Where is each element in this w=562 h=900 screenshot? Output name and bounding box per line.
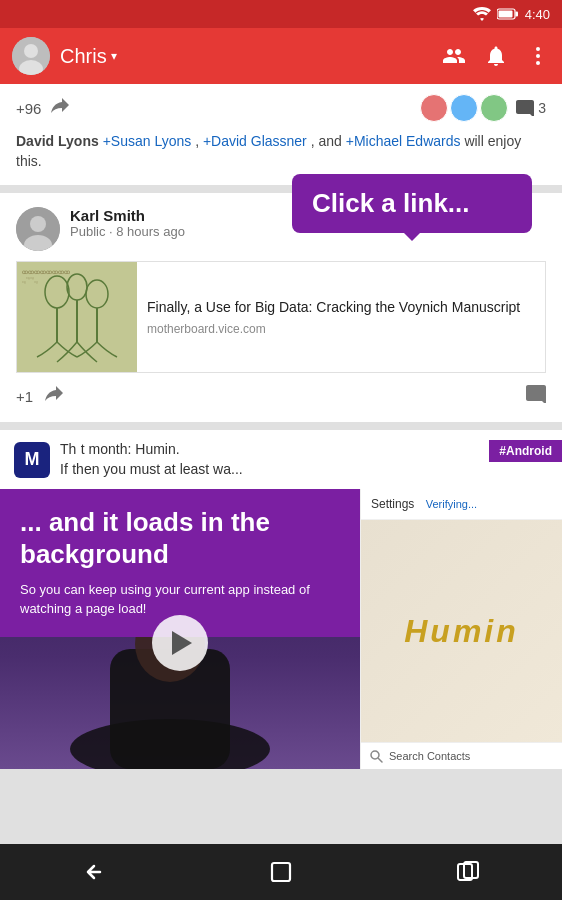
plus-count[interactable]: +96 — [16, 100, 41, 117]
link-preview-card[interactable]: ꝏꝏꝏꝏꝏꝏꝏꝏ ꜀꜁꜂꜃꜄꜅꜆꜇ Finally, a Use for Big… — [16, 261, 546, 373]
user-name-area[interactable]: Chris ▾ — [60, 45, 117, 68]
michael-tag: +Michael Edwards — [346, 133, 461, 149]
post-action-row: +1 — [16, 385, 546, 408]
comment-count: 3 — [538, 100, 546, 116]
svg-text:꜀꜁꜂꜃꜄꜅꜆꜇: ꜀꜁꜂꜃꜄꜅꜆꜇ — [22, 277, 38, 284]
play-triangle-icon — [172, 631, 192, 655]
status-icons: 4:40 — [473, 7, 550, 22]
play-button[interactable] — [152, 615, 208, 671]
thumbnail-image: ꝏꝏꝏꝏꝏꝏꝏꝏ ꜀꜁꜂꜃꜄꜅꜆꜇ — [17, 262, 137, 372]
search-contacts-row[interactable]: Search Contacts — [361, 742, 562, 769]
right-panel: Settings Verifying... Humin Search Conta… — [360, 489, 562, 769]
reaction-avatar-1 — [420, 94, 448, 122]
reaction-row: +96 3 — [16, 94, 546, 122]
video-card-header: M Th t month: Humin. If then you must at… — [0, 430, 562, 489]
video-card: M Th t month: Humin. If then you must at… — [0, 430, 562, 769]
user-avatar[interactable] — [12, 37, 50, 75]
home-button[interactable] — [187, 860, 374, 884]
link-domain: motherboard.vice.com — [147, 322, 535, 336]
post-snippet-1: Th — [60, 441, 76, 457]
post-snippet-2: t month: Humin. — [81, 441, 180, 457]
more-options-icon[interactable] — [526, 44, 550, 68]
post-snippet-4: then you must at least wa... — [72, 461, 242, 477]
android-tag: #Android — [489, 440, 562, 462]
top-bar: Chris ▾ — [0, 28, 562, 84]
svg-rect-2 — [515, 12, 518, 17]
clock: 4:40 — [525, 7, 550, 22]
recent-apps-button[interactable] — [375, 860, 562, 884]
susan-tag: +Susan Lyons — [103, 133, 192, 149]
svg-point-8 — [536, 61, 540, 65]
link-info: Finally, a Use for Big Data: Cracking th… — [137, 262, 545, 372]
humin-area: Humin — [361, 520, 562, 742]
tooltip-text: Click a link... — [312, 188, 470, 218]
link-title: Finally, a Use for Big Data: Cracking th… — [147, 298, 535, 316]
video-subtext: So you can keep using your current app i… — [20, 580, 340, 619]
svg-text:ꝏꝏꝏꝏꝏꝏꝏꝏ: ꝏꝏꝏꝏꝏꝏꝏꝏ — [22, 269, 70, 275]
search-contacts-label: Search Contacts — [389, 750, 470, 762]
m-badge: M — [14, 442, 50, 478]
right-panel-settings: Settings Verifying... — [361, 489, 562, 520]
back-button[interactable] — [0, 860, 187, 884]
second-share-icon[interactable] — [45, 385, 65, 408]
svg-point-7 — [536, 54, 540, 58]
post-snippet-3: If — [60, 461, 68, 477]
people-icon[interactable] — [442, 44, 466, 68]
top-bar-icons — [442, 44, 550, 68]
user-name-label: Chris — [60, 45, 107, 68]
svg-point-25 — [371, 751, 379, 759]
status-bar: 4:40 — [0, 0, 562, 28]
video-headline: ... and it loads in the background — [20, 507, 340, 569]
svg-point-10 — [30, 216, 46, 232]
david-tag-text: David Lyons +Susan Lyons , +David Glassn… — [16, 132, 546, 171]
humin-label: Humin — [404, 613, 519, 650]
verifying-label: Verifying... — [426, 498, 477, 510]
scroll-content: +96 3 David Lyons +Susan Lyons , +David … — [0, 84, 562, 844]
m-badge-label: M — [25, 449, 40, 470]
svg-point-6 — [536, 47, 540, 51]
bottom-nav-bar — [0, 844, 562, 900]
first-card: +96 3 David Lyons +Susan Lyons , +David … — [0, 84, 562, 185]
tooltip-bubble: Click a link... — [292, 174, 532, 233]
dropdown-arrow-icon: ▾ — [111, 49, 117, 63]
share-icon[interactable] — [51, 97, 71, 119]
david-name: David Lyons — [16, 133, 99, 149]
video-card-text-snippet: Th t month: Humin. If then you must at l… — [60, 440, 243, 479]
svg-rect-27 — [272, 863, 290, 881]
reaction-avatar-2 — [450, 94, 478, 122]
svg-line-26 — [379, 759, 383, 763]
second-comment-icon[interactable] — [526, 385, 546, 408]
karl-avatar — [16, 207, 60, 251]
svg-rect-1 — [498, 11, 512, 18]
comment-count-badge: 3 — [516, 100, 546, 116]
david-tag: +David Glassner — [203, 133, 307, 149]
settings-label: Settings — [371, 497, 414, 511]
video-preview[interactable]: ... and it loads in the background So yo… — [0, 489, 562, 769]
reaction-avatar-3 — [480, 94, 508, 122]
link-thumbnail: ꝏꝏꝏꝏꝏꝏꝏꝏ ꜀꜁꜂꜃꜄꜅꜆꜇ — [17, 262, 137, 372]
reaction-avatars: 3 — [420, 94, 546, 122]
svg-point-4 — [24, 44, 38, 58]
second-plus-count[interactable]: +1 — [16, 388, 33, 405]
notifications-icon[interactable] — [484, 44, 508, 68]
